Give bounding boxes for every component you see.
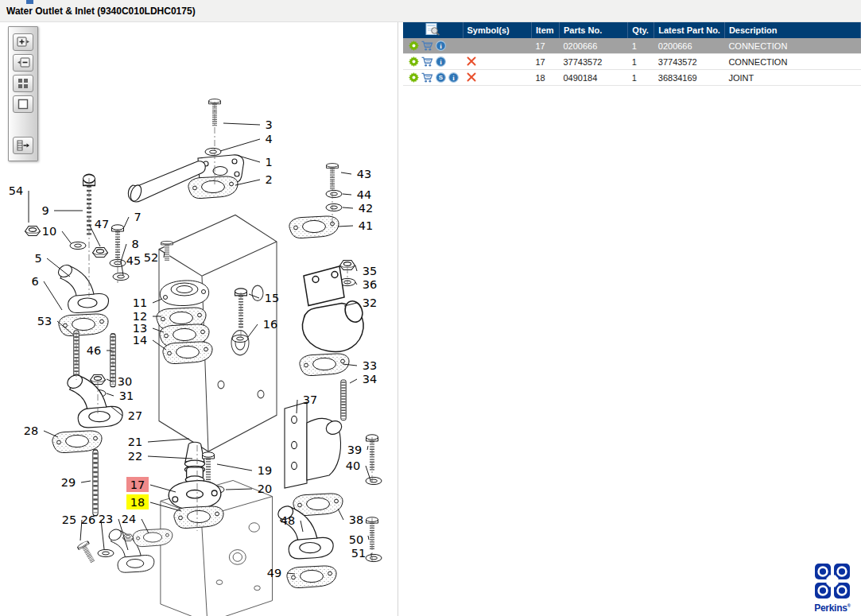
table-row[interactable]: i1737743572137743572CONNECTION [403,54,861,70]
callout-leader [338,226,353,227]
part-gasket[interactable] [59,314,108,336]
part-bracket[interactable] [285,402,343,488]
supersession-icon[interactable]: S [436,72,446,83]
info-icon[interactable]: i [436,56,446,67]
callout-50[interactable]: 50 [349,533,369,546]
gear-icon[interactable] [409,56,419,67]
callout-39[interactable]: 39 [347,444,368,456]
callout-number: 54 [9,184,23,197]
part-stud[interactable] [341,380,346,420]
table-row[interactable]: i17020066610200666CONNECTION [403,38,861,54]
part-housing[interactable] [160,281,208,306]
part-conn[interactable] [169,467,221,509]
part-elbowR[interactable] [302,266,365,351]
callout-leader [355,282,357,285]
parts-diagram-panel: 1234567891011121314151617181920212223242… [0,22,398,616]
callout-44[interactable]: 44 [343,188,371,201]
zoom-in-button[interactable] [13,33,33,51]
gear-icon[interactable] [409,41,419,51]
part-washer[interactable] [98,549,114,556]
callout-6[interactable]: 6 [31,275,62,310]
callout-19[interactable]: 19 [217,464,272,477]
callout-47[interactable]: 47 [89,218,109,246]
callout-17[interactable]: 17 [126,477,176,492]
callout-9[interactable]: 9 [41,204,83,217]
callout-number: 7 [134,211,141,223]
callout-54[interactable]: 54 [9,184,29,223]
callout-7[interactable]: 7 [124,211,142,227]
part-bolt[interactable] [77,540,99,566]
part-washer[interactable] [366,554,382,561]
part-washer[interactable] [366,477,382,484]
part-washer[interactable] [70,242,86,249]
callout-36[interactable]: 36 [355,278,377,291]
callout-leader [367,446,368,450]
callout-number: 25 [62,513,76,526]
callout-46[interactable]: 46 [87,344,112,357]
fit-view-button[interactable] [13,95,33,113]
cart-icon[interactable] [421,41,433,51]
callout-number: 10 [42,225,56,238]
info-icon[interactable]: i [448,72,459,83]
callout-number: 30 [118,375,132,388]
callout-28[interactable]: 28 [24,424,58,437]
part-stud[interactable] [93,450,98,516]
not-available-icon [467,72,476,82]
callout-22[interactable]: 22 [128,450,192,463]
part-washer[interactable] [232,335,248,342]
cell-item: 17 [531,54,559,70]
part-washer[interactable] [326,190,342,197]
cell-qty: 1 [628,70,654,86]
table-row[interactable]: Si180490184136834169JOINT [403,70,861,86]
part-gasket[interactable] [300,354,349,376]
callout-43[interactable]: 43 [341,168,371,180]
part-nut[interactable] [93,248,108,258]
cell-symbols [463,38,531,54]
part-nut[interactable] [25,227,41,236]
cell-parts_no: 0200666 [559,38,627,54]
part-washer[interactable] [205,148,221,155]
part-washer[interactable] [326,203,342,211]
callout-number: 12 [133,310,147,323]
callout-10[interactable]: 10 [42,225,72,244]
callout-number: 19 [258,464,272,477]
callout-25[interactable]: 25 [62,513,82,540]
parts-diagram[interactable]: 1234567891011121314151617181920212223242… [0,22,398,616]
callout-42[interactable]: 42 [343,202,373,215]
callout-34[interactable]: 34 [350,373,377,385]
part-washer[interactable] [113,273,129,280]
callout-11[interactable]: 11 [133,296,162,309]
tile-views-button[interactable] [13,75,33,92]
callout-number: 44 [357,188,371,201]
info-icon[interactable]: i [436,41,446,51]
cart-icon[interactable] [421,72,433,83]
cart-icon[interactable] [421,56,433,67]
callout-number: 47 [95,218,109,231]
toggle-parts-panel-button[interactable] [13,137,33,154]
part-gasket[interactable] [287,566,336,588]
callout-31[interactable]: 31 [107,389,134,402]
callout-number: 28 [24,424,38,437]
cell-symbols [463,70,531,86]
title-bar: Water Outlet & Inlet (9340C010LDHC0175) [0,0,861,22]
registered-mark: ® [847,603,851,608]
callout-3[interactable]: 3 [223,118,273,131]
callout-41[interactable]: 41 [338,219,373,232]
fit-view-icon [17,99,29,110]
callout-29[interactable]: 29 [61,476,91,489]
zoom-in-icon [17,37,30,48]
callout-21[interactable]: 21 [128,436,189,448]
cell-item: 17 [531,38,559,54]
callout-40[interactable]: 40 [346,459,370,480]
part-gasket[interactable] [188,176,238,199]
cell-description: CONNECTION [724,38,860,54]
callout-38[interactable]: 38 [338,509,363,526]
part-gasket[interactable] [289,216,339,238]
gear-icon[interactable] [409,72,419,83]
callout-35[interactable]: 35 [355,265,377,277]
callout-number: 50 [349,533,363,546]
callout-4[interactable]: 4 [220,133,273,151]
cell-actions: i [403,54,463,70]
part-elbow[interactable] [56,262,109,312]
zoom-out-button[interactable] [13,54,33,72]
